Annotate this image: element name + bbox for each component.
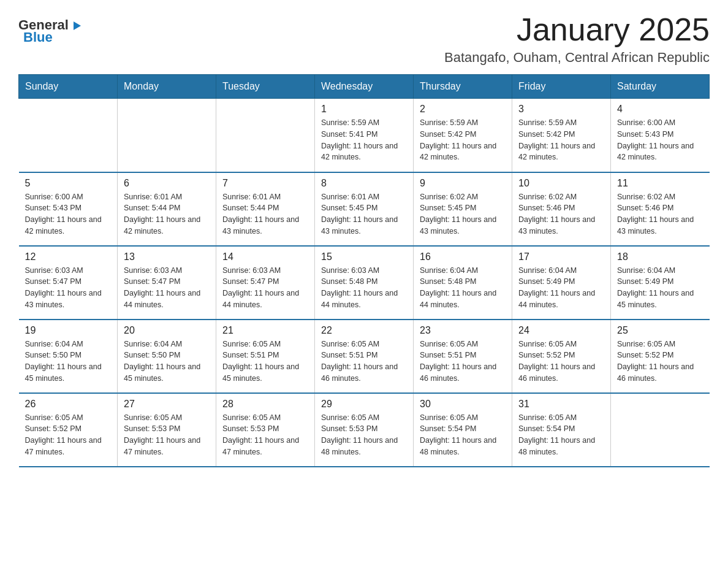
day-info: Sunrise: 6:04 AMSunset: 5:49 PMDaylight:… bbox=[518, 265, 604, 311]
day-number: 21 bbox=[222, 325, 308, 336]
calendar-day-cell: 31Sunrise: 6:05 AMSunset: 5:54 PMDayligh… bbox=[512, 393, 611, 467]
day-info: Sunrise: 6:05 AMSunset: 5:51 PMDaylight:… bbox=[420, 339, 506, 385]
calendar-day-cell: 25Sunrise: 6:05 AMSunset: 5:52 PMDayligh… bbox=[611, 320, 710, 393]
calendar-day-cell: 14Sunrise: 6:03 AMSunset: 5:47 PMDayligh… bbox=[216, 246, 315, 320]
calendar-day-cell: 18Sunrise: 6:04 AMSunset: 5:49 PMDayligh… bbox=[611, 246, 710, 320]
calendar-week-row: 5Sunrise: 6:00 AMSunset: 5:43 PMDaylight… bbox=[19, 172, 710, 246]
day-info: Sunrise: 5:59 AMSunset: 5:41 PMDaylight:… bbox=[321, 117, 407, 163]
day-info: Sunrise: 6:05 AMSunset: 5:51 PMDaylight:… bbox=[321, 339, 407, 385]
calendar-day-cell: 17Sunrise: 6:04 AMSunset: 5:49 PMDayligh… bbox=[512, 246, 611, 320]
day-number: 13 bbox=[124, 251, 210, 262]
day-number: 7 bbox=[222, 178, 308, 189]
calendar-day-cell: 22Sunrise: 6:05 AMSunset: 5:51 PMDayligh… bbox=[315, 320, 414, 393]
day-info: Sunrise: 6:05 AMSunset: 5:53 PMDaylight:… bbox=[124, 412, 210, 458]
calendar-day-cell bbox=[118, 99, 216, 172]
calendar-table: SundayMondayTuesdayWednesdayThursdayFrid… bbox=[18, 74, 710, 467]
month-year-title: January 2025 bbox=[444, 12, 710, 47]
calendar-week-row: 19Sunrise: 6:04 AMSunset: 5:50 PMDayligh… bbox=[19, 320, 710, 393]
day-info: Sunrise: 6:01 AMSunset: 5:44 PMDaylight:… bbox=[124, 191, 210, 237]
logo-blue-text: Blue bbox=[23, 29, 53, 45]
day-number: 17 bbox=[518, 251, 604, 262]
calendar-day-cell: 12Sunrise: 6:03 AMSunset: 5:47 PMDayligh… bbox=[19, 246, 118, 320]
calendar-day-cell bbox=[19, 99, 118, 172]
day-of-week-header: Sunday bbox=[19, 75, 118, 99]
day-info: Sunrise: 6:04 AMSunset: 5:50 PMDaylight:… bbox=[124, 339, 210, 385]
day-number: 11 bbox=[617, 178, 703, 189]
day-info: Sunrise: 6:01 AMSunset: 5:44 PMDaylight:… bbox=[222, 191, 308, 237]
day-info: Sunrise: 6:05 AMSunset: 5:51 PMDaylight:… bbox=[222, 339, 308, 385]
day-info: Sunrise: 6:02 AMSunset: 5:46 PMDaylight:… bbox=[617, 191, 703, 237]
day-number: 12 bbox=[25, 251, 112, 262]
calendar-day-cell: 28Sunrise: 6:05 AMSunset: 5:53 PMDayligh… bbox=[216, 393, 315, 467]
day-number: 10 bbox=[518, 178, 604, 189]
day-of-week-header: Thursday bbox=[414, 75, 512, 99]
day-info: Sunrise: 6:03 AMSunset: 5:47 PMDaylight:… bbox=[25, 265, 112, 311]
day-info: Sunrise: 6:05 AMSunset: 5:52 PMDaylight:… bbox=[617, 339, 703, 385]
day-number: 18 bbox=[617, 251, 703, 262]
calendar-header-row: SundayMondayTuesdayWednesdayThursdayFrid… bbox=[19, 75, 710, 99]
day-number: 23 bbox=[420, 325, 506, 336]
day-info: Sunrise: 6:03 AMSunset: 5:47 PMDaylight:… bbox=[124, 265, 210, 311]
day-of-week-header: Wednesday bbox=[315, 75, 414, 99]
day-number: 28 bbox=[222, 399, 308, 410]
day-number: 3 bbox=[518, 104, 604, 115]
calendar-week-row: 1Sunrise: 5:59 AMSunset: 5:41 PMDaylight… bbox=[19, 99, 710, 172]
day-info: Sunrise: 5:59 AMSunset: 5:42 PMDaylight:… bbox=[518, 117, 604, 163]
day-info: Sunrise: 6:05 AMSunset: 5:53 PMDaylight:… bbox=[222, 412, 308, 458]
day-number: 9 bbox=[420, 178, 506, 189]
calendar-day-cell: 8Sunrise: 6:01 AMSunset: 5:45 PMDaylight… bbox=[315, 172, 414, 246]
day-number: 1 bbox=[321, 104, 407, 115]
day-number: 8 bbox=[321, 178, 407, 189]
day-of-week-header: Friday bbox=[512, 75, 611, 99]
day-number: 27 bbox=[124, 399, 210, 410]
day-info: Sunrise: 6:02 AMSunset: 5:46 PMDaylight:… bbox=[518, 191, 604, 237]
day-info: Sunrise: 6:00 AMSunset: 5:43 PMDaylight:… bbox=[25, 191, 112, 237]
day-number: 22 bbox=[321, 325, 407, 336]
day-number: 20 bbox=[124, 325, 210, 336]
day-info: Sunrise: 6:03 AMSunset: 5:47 PMDaylight:… bbox=[222, 265, 308, 311]
day-info: Sunrise: 6:05 AMSunset: 5:52 PMDaylight:… bbox=[518, 339, 604, 385]
calendar-day-cell: 30Sunrise: 6:05 AMSunset: 5:54 PMDayligh… bbox=[414, 393, 512, 467]
day-number: 5 bbox=[25, 178, 112, 189]
calendar-day-cell: 20Sunrise: 6:04 AMSunset: 5:50 PMDayligh… bbox=[118, 320, 216, 393]
day-number: 2 bbox=[420, 104, 506, 115]
title-area: January 2025 Batangafo, Ouham, Central A… bbox=[444, 12, 710, 66]
logo-arrow-icon bbox=[70, 19, 83, 33]
day-number: 25 bbox=[617, 325, 703, 336]
day-of-week-header: Tuesday bbox=[216, 75, 315, 99]
calendar-day-cell: 7Sunrise: 6:01 AMSunset: 5:44 PMDaylight… bbox=[216, 172, 315, 246]
calendar-day-cell: 16Sunrise: 6:04 AMSunset: 5:48 PMDayligh… bbox=[414, 246, 512, 320]
day-info: Sunrise: 6:02 AMSunset: 5:45 PMDaylight:… bbox=[420, 191, 506, 237]
day-info: Sunrise: 6:05 AMSunset: 5:54 PMDaylight:… bbox=[518, 412, 604, 458]
calendar-week-row: 26Sunrise: 6:05 AMSunset: 5:52 PMDayligh… bbox=[19, 393, 710, 467]
calendar-day-cell: 15Sunrise: 6:03 AMSunset: 5:48 PMDayligh… bbox=[315, 246, 414, 320]
calendar-day-cell: 4Sunrise: 6:00 AMSunset: 5:43 PMDaylight… bbox=[611, 99, 710, 172]
calendar-day-cell: 5Sunrise: 6:00 AMSunset: 5:43 PMDaylight… bbox=[19, 172, 118, 246]
day-info: Sunrise: 6:04 AMSunset: 5:50 PMDaylight:… bbox=[25, 339, 112, 385]
calendar-day-cell: 26Sunrise: 6:05 AMSunset: 5:52 PMDayligh… bbox=[19, 393, 118, 467]
calendar-day-cell: 1Sunrise: 5:59 AMSunset: 5:41 PMDaylight… bbox=[315, 99, 414, 172]
header-area: General Blue January 2025 Batangafo, Ouh… bbox=[18, 12, 710, 66]
calendar-day-cell: 24Sunrise: 6:05 AMSunset: 5:52 PMDayligh… bbox=[512, 320, 611, 393]
calendar-day-cell: 3Sunrise: 5:59 AMSunset: 5:42 PMDaylight… bbox=[512, 99, 611, 172]
day-info: Sunrise: 5:59 AMSunset: 5:42 PMDaylight:… bbox=[420, 117, 506, 163]
day-of-week-header: Saturday bbox=[611, 75, 710, 99]
logo: General Blue bbox=[18, 12, 83, 45]
day-of-week-header: Monday bbox=[118, 75, 216, 99]
calendar-day-cell: 29Sunrise: 6:05 AMSunset: 5:53 PMDayligh… bbox=[315, 393, 414, 467]
calendar-day-cell: 21Sunrise: 6:05 AMSunset: 5:51 PMDayligh… bbox=[216, 320, 315, 393]
calendar-day-cell: 11Sunrise: 6:02 AMSunset: 5:46 PMDayligh… bbox=[611, 172, 710, 246]
day-number: 15 bbox=[321, 251, 407, 262]
calendar-day-cell: 27Sunrise: 6:05 AMSunset: 5:53 PMDayligh… bbox=[118, 393, 216, 467]
day-number: 29 bbox=[321, 399, 407, 410]
day-number: 26 bbox=[25, 399, 112, 410]
calendar-day-cell bbox=[216, 99, 315, 172]
day-info: Sunrise: 6:01 AMSunset: 5:45 PMDaylight:… bbox=[321, 191, 407, 237]
day-info: Sunrise: 6:05 AMSunset: 5:52 PMDaylight:… bbox=[25, 412, 112, 458]
day-number: 6 bbox=[124, 178, 210, 189]
day-number: 30 bbox=[420, 399, 506, 410]
calendar-day-cell: 6Sunrise: 6:01 AMSunset: 5:44 PMDaylight… bbox=[118, 172, 216, 246]
calendar-day-cell: 19Sunrise: 6:04 AMSunset: 5:50 PMDayligh… bbox=[19, 320, 118, 393]
day-info: Sunrise: 6:05 AMSunset: 5:54 PMDaylight:… bbox=[420, 412, 506, 458]
svg-marker-0 bbox=[74, 21, 81, 30]
